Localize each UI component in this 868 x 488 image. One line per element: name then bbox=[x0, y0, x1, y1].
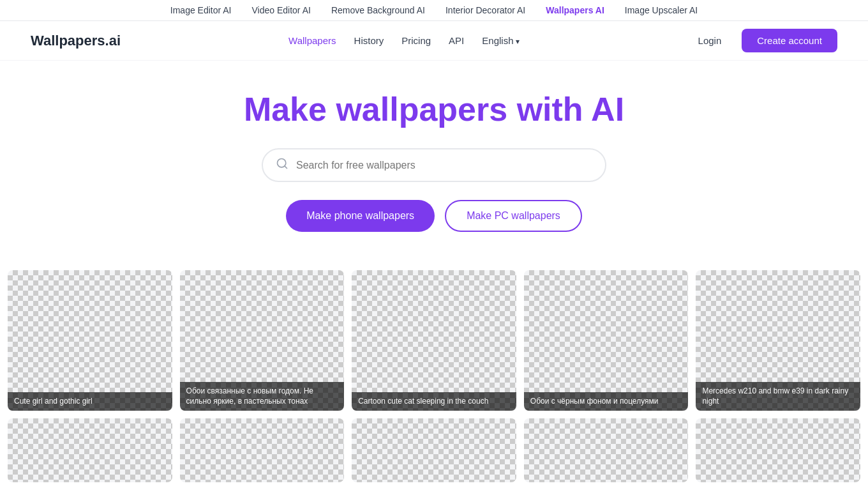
gallery-item-3-label: Cartoon cute cat sleeping in the couch bbox=[352, 392, 516, 411]
nav-english[interactable]: English bbox=[482, 35, 520, 46]
nav-api[interactable]: API bbox=[449, 35, 464, 46]
make-phone-wallpapers-button[interactable]: Make phone wallpapers bbox=[286, 200, 435, 232]
top-nav-image-editor[interactable]: Image Editor AI bbox=[170, 5, 232, 15]
cta-buttons: Make phone wallpapers Make PC wallpapers bbox=[13, 200, 855, 232]
logo[interactable]: Wallpapers.ai bbox=[31, 33, 121, 49]
gallery-item-2[interactable]: Обои связанные с новым годом. Не сильно … bbox=[180, 270, 345, 411]
search-icon bbox=[276, 157, 288, 173]
gallery-item-1-label: Cute girl and gothic girl bbox=[8, 392, 172, 411]
gallery-item-1[interactable]: Cute girl and gothic girl bbox=[8, 270, 172, 411]
nav-wallpapers[interactable]: Wallpapers bbox=[288, 35, 336, 46]
login-button[interactable]: Login bbox=[688, 30, 732, 51]
gallery-item-8[interactable] bbox=[352, 418, 516, 482]
gallery-item-9[interactable] bbox=[524, 418, 689, 482]
nav-links: Wallpapers History Pricing API English bbox=[288, 35, 520, 46]
hero-title: Make wallpapers with AI bbox=[13, 91, 855, 128]
hero-section: Make wallpapers with AI Make phone wallp… bbox=[0, 61, 868, 255]
gallery-item-2-label: Обои связанные с новым годом. Не сильно … bbox=[180, 382, 345, 411]
gallery-row-1: Cute girl and gothic girl Обои связанные… bbox=[0, 255, 868, 411]
top-nav-video-editor[interactable]: Video Editor AI bbox=[252, 5, 311, 15]
search-input[interactable] bbox=[296, 160, 592, 171]
search-bar bbox=[262, 148, 606, 182]
nav-pricing[interactable]: Pricing bbox=[401, 35, 431, 46]
svg-line-1 bbox=[285, 166, 287, 169]
gallery-item-5-label: Mercedes w210 and bmw e39 in dark rainy … bbox=[696, 382, 860, 411]
top-nav: Image Editor AI Video Editor AI Remove B… bbox=[0, 0, 868, 21]
gallery-item-6[interactable] bbox=[8, 418, 172, 482]
gallery-item-4[interactable]: Обои с чёрным фоном и поцелуями bbox=[524, 270, 689, 411]
chevron-down-icon bbox=[516, 35, 520, 46]
make-pc-wallpapers-button[interactable]: Make PC wallpapers bbox=[445, 200, 582, 232]
top-nav-wallpapers-ai[interactable]: Wallpapers AI bbox=[546, 5, 604, 15]
gallery-item-4-label: Обои с чёрным фоном и поцелуями bbox=[524, 392, 689, 411]
gallery-item-3[interactable]: Cartoon cute cat sleeping in the couch bbox=[352, 270, 516, 411]
gallery-row-2 bbox=[0, 411, 868, 482]
create-account-button[interactable]: Create account bbox=[742, 29, 837, 52]
top-nav-interior-decorator[interactable]: Interior Decorator AI bbox=[445, 5, 525, 15]
main-nav: Wallpapers.ai Wallpapers History Pricing… bbox=[0, 21, 868, 61]
gallery-item-10[interactable] bbox=[696, 418, 860, 482]
gallery-item-5[interactable]: Mercedes w210 and bmw e39 in dark rainy … bbox=[696, 270, 860, 411]
nav-history[interactable]: History bbox=[354, 35, 384, 46]
nav-actions: Login Create account bbox=[688, 29, 837, 52]
top-nav-image-upscaler[interactable]: Image Upscaler AI bbox=[625, 5, 698, 15]
gallery-item-7[interactable] bbox=[180, 418, 345, 482]
top-nav-remove-background[interactable]: Remove Background AI bbox=[331, 5, 425, 15]
